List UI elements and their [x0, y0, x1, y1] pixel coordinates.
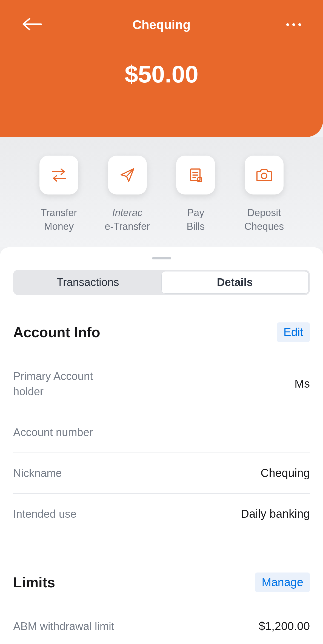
section-title: Account Info	[13, 324, 100, 340]
section-title: Limits	[13, 574, 55, 591]
header-top-bar: Chequing	[22, 16, 301, 33]
info-value: Daily banking	[241, 507, 310, 520]
info-label: Intended use	[13, 506, 76, 522]
quick-actions-row: TransferMoney Interace-Transfer PayBills	[0, 137, 323, 247]
back-button[interactable]	[22, 17, 43, 32]
info-label: Primary Account holder	[13, 368, 123, 399]
action-label: Interace-Transfer	[105, 206, 150, 234]
manage-button[interactable]: Manage	[255, 573, 310, 592]
dot-icon	[292, 23, 295, 26]
action-label: TransferMoney	[41, 206, 77, 234]
page-title: Chequing	[132, 17, 190, 32]
back-arrow-icon	[22, 17, 43, 31]
info-row-intended-use: Intended use Daily banking	[13, 494, 310, 534]
transfer-money-button[interactable]: TransferMoney	[32, 156, 86, 234]
edit-button[interactable]: Edit	[277, 322, 310, 342]
action-label: DepositCheques	[244, 206, 284, 234]
info-row-primary-holder: Primary Account holder Ms	[13, 356, 310, 412]
account-header: Chequing $50.00	[0, 0, 323, 137]
interac-etransfer-button[interactable]: Interace-Transfer	[100, 156, 155, 234]
tab-details[interactable]: Details	[161, 271, 309, 294]
section-header: Limits Manage	[13, 573, 310, 592]
limits-section: Limits Manage ABM withdrawal limit $1,20…	[0, 573, 323, 644]
account-info-section: Account Info Edit Primary Account holder…	[0, 322, 323, 534]
section-header: Account Info Edit	[13, 322, 310, 342]
action-icon-box	[39, 156, 78, 194]
camera-icon	[255, 168, 273, 182]
transfer-icon	[50, 167, 68, 183]
tab-bar: Transactions Details	[13, 270, 310, 295]
dot-icon	[286, 23, 289, 26]
svg-point-10	[261, 173, 267, 179]
deposit-cheques-button[interactable]: DepositCheques	[237, 156, 291, 234]
dot-icon	[298, 23, 301, 26]
info-row-account-number: Account number	[13, 412, 310, 453]
info-value: $1,200.00	[259, 620, 310, 633]
drag-handle[interactable]	[152, 257, 171, 259]
pay-bills-button[interactable]: PayBills	[168, 156, 223, 234]
info-label: Nickname	[13, 465, 62, 481]
action-icon-box	[245, 156, 284, 194]
content-panel: Transactions Details Account Info Edit P…	[0, 247, 323, 644]
more-options-button[interactable]	[286, 23, 301, 26]
account-balance: $50.00	[22, 60, 301, 88]
info-value: Chequing	[261, 466, 310, 480]
tab-transactions[interactable]: Transactions	[15, 271, 161, 294]
action-icon-box	[108, 156, 147, 194]
info-row-nickname: Nickname Chequing	[13, 453, 310, 494]
send-icon	[119, 167, 135, 183]
info-label: ABM withdrawal limit	[13, 619, 114, 634]
info-row-abm-limit: ABM withdrawal limit $1,200.00	[13, 606, 310, 644]
action-icon-box	[176, 156, 215, 194]
info-value: Ms	[295, 377, 310, 390]
info-label: Account number	[13, 425, 93, 440]
bill-icon	[188, 167, 203, 183]
action-label: PayBills	[187, 206, 205, 234]
